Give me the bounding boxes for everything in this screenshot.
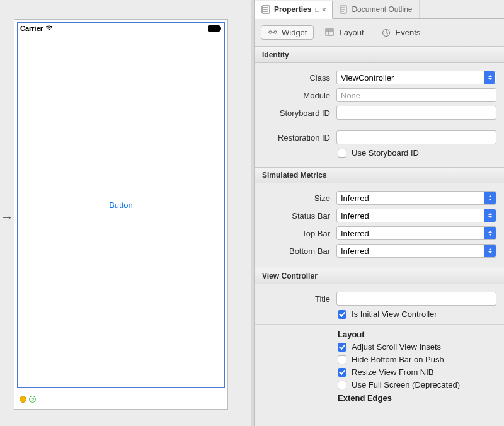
resize-nib-checkbox[interactable] — [338, 368, 346, 377]
svg-rect-1 — [220, 27, 221, 30]
topbar-popup[interactable]: Inferred — [336, 226, 496, 240]
svg-point-4 — [269, 30, 272, 33]
events-icon — [382, 28, 392, 37]
bottombar-popup[interactable]: Inferred — [336, 244, 496, 258]
storyboard-canvas[interactable]: → Carrier Button — [0, 0, 251, 426]
tab-document-outline[interactable]: Document Outline — [333, 0, 419, 18]
storyboard-id-label: Storyboard ID — [262, 108, 330, 118]
is-initial-label: Is Initial View Controller — [352, 309, 437, 319]
size-label: Size — [262, 193, 330, 203]
simulated-status-bar: Carrier — [18, 23, 224, 34]
view-controller-icon[interactable] — [20, 396, 26, 403]
properties-icon — [261, 5, 270, 14]
inspector-subtabs: Widget Layout Events — [255, 19, 504, 47]
use-storyboard-id-checkbox[interactable] — [338, 149, 346, 158]
hide-bottom-label: Hide Bottom Bar on Push — [352, 355, 444, 364]
statusbar-popup[interactable]: Inferred — [336, 209, 496, 222]
properties-panel: Properties □ × Document Outline Widget L… — [255, 0, 504, 426]
module-field[interactable] — [336, 88, 496, 102]
is-initial-checkbox[interactable] — [338, 310, 346, 319]
widget-icon — [268, 28, 278, 37]
subtab-widget-label: Widget — [282, 28, 307, 37]
tab-properties-label: Properties — [274, 5, 311, 14]
topbar-label: Top Bar — [262, 229, 330, 238]
class-combobox[interactable]: ViewController — [336, 71, 496, 84]
section-viewcontroller-header[interactable]: View Controller — [255, 268, 504, 284]
restoration-id-field[interactable] — [336, 130, 496, 144]
fullscreen-label: Use Full Screen (Deprecated) — [352, 380, 460, 389]
document-outline-icon — [339, 5, 348, 14]
subtab-events[interactable]: Events — [375, 25, 427, 40]
extend-edges-subheader: Extend Edges — [338, 393, 496, 403]
size-popup[interactable]: Inferred — [336, 191, 496, 205]
view-controller-scene[interactable]: Carrier Button — [14, 19, 228, 410]
tab-properties[interactable]: Properties □ × — [255, 1, 333, 19]
initial-segue-arrow-icon: → — [0, 209, 14, 226]
layout-subheader: Layout — [338, 330, 496, 339]
wifi-icon — [45, 24, 53, 33]
class-value: ViewController — [341, 73, 394, 83]
adjust-insets-checkbox[interactable] — [338, 343, 346, 352]
button-widget[interactable]: Button — [109, 200, 133, 210]
svg-point-5 — [274, 30, 277, 33]
view-controller-view[interactable]: Carrier Button — [17, 22, 225, 388]
svg-rect-6 — [326, 29, 333, 35]
bottombar-label: Bottom Bar — [262, 246, 330, 256]
tab-document-outline-label: Document Outline — [352, 5, 412, 14]
module-label: Module — [262, 91, 330, 100]
statusbar-label: Status Bar — [262, 211, 330, 221]
subtab-events-label: Events — [396, 28, 421, 37]
pad-close-icon[interactable]: × — [322, 6, 326, 13]
battery-icon — [208, 25, 222, 32]
pad-autohide-icon[interactable]: □ — [315, 6, 319, 13]
panel-tab-bar: Properties □ × Document Outline — [255, 0, 504, 19]
properties-content[interactable]: Identity Class ViewController Module Sto… — [255, 47, 504, 426]
storyboard-id-field[interactable] — [336, 106, 496, 120]
carrier-label: Carrier — [20, 25, 43, 32]
resize-nib-label: Resize View From NIB — [352, 367, 434, 377]
subtab-widget[interactable]: Widget — [261, 25, 314, 40]
title-field[interactable] — [336, 292, 496, 306]
class-label: Class — [262, 73, 330, 83]
adjust-insets-label: Adjust Scroll View Insets — [352, 342, 441, 352]
subtab-layout[interactable]: Layout — [319, 25, 370, 40]
fullscreen-checkbox[interactable] — [338, 381, 346, 389]
section-simmetrics-header[interactable]: Simulated Metrics — [255, 167, 504, 183]
layout-icon — [325, 28, 335, 37]
section-identity-header[interactable]: Identity — [255, 47, 504, 63]
svg-rect-0 — [208, 25, 220, 32]
first-responder-icon[interactable] — [29, 396, 36, 403]
use-storyboard-id-label: Use Storyboard ID — [352, 148, 419, 158]
chevron-updown-icon[interactable] — [484, 71, 495, 84]
scene-dock[interactable] — [20, 396, 36, 403]
subtab-layout-label: Layout — [339, 28, 364, 37]
hide-bottom-checkbox[interactable] — [338, 355, 346, 364]
title-label: Title — [262, 294, 330, 304]
restoration-id-label: Restoration ID — [262, 133, 330, 142]
